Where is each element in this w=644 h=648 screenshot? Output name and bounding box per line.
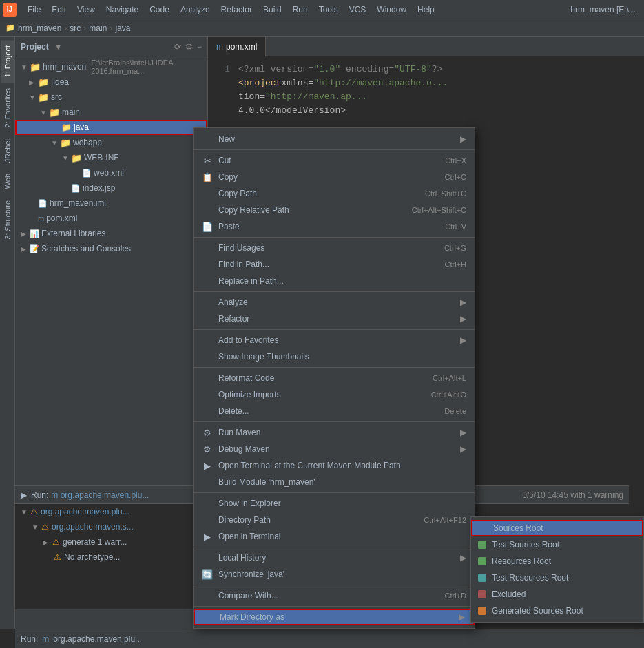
ctx-new[interactable]: New ▶ <box>194 131 475 147</box>
ctx-build-module[interactable]: Build Module 'hrm_maven' <box>194 474 475 490</box>
tree-webxml[interactable]: 📄 web.xml <box>15 165 207 180</box>
menu-build[interactable]: Build <box>258 3 287 16</box>
ctx-find-usages[interactable]: Find Usages Ctrl+G <box>194 240 475 256</box>
tree-webinf[interactable]: ▼ 📁 WEB-INF <box>15 150 207 165</box>
sources-root-dot <box>479 524 488 532</box>
menu-help[interactable]: Help <box>412 3 440 16</box>
tree-main[interactable]: ▼ 📁 main <box>15 105 207 120</box>
chevron-icon: ▼ <box>40 109 47 116</box>
breadcrumb-hrm[interactable]: hrm_maven <box>18 23 61 33</box>
ctx-add-favorites[interactable]: Add to Favorites ▶ <box>194 332 475 348</box>
ctx-local-history[interactable]: Local History ▶ <box>194 550 475 566</box>
tree-webapp[interactable]: ▼ 📁 webapp <box>15 135 207 150</box>
copy-path-icon <box>202 188 213 199</box>
minimize-icon[interactable]: − <box>197 42 202 52</box>
menu-tools[interactable]: Tools <box>313 3 344 16</box>
chevron-icon: ▶ <box>29 79 36 86</box>
ctx-debug-maven[interactable]: ⚙ Debug Maven ▶ <box>194 441 475 457</box>
bottom-tree-label: generate 1 warr... <box>63 537 127 547</box>
menu-file[interactable]: File <box>22 3 46 16</box>
ctx-paste[interactable]: 📄 Paste Ctrl+V <box>194 218 475 235</box>
sync-icon[interactable]: ⟳ <box>174 42 181 52</box>
ctx-copy-path[interactable]: Copy Path Ctrl+Shift+C <box>194 185 475 202</box>
ctx-reformat[interactable]: Reformat Code Ctrl+Alt+L <box>194 370 475 386</box>
analyze-icon <box>202 297 213 308</box>
ctx-label: Replace in Path... <box>218 276 284 286</box>
ctx-copy[interactable]: 📋 Copy Ctrl+C <box>194 169 475 185</box>
chevron-icon: ▼ <box>51 139 58 147</box>
tree-idea[interactable]: ▶ 📁 .idea <box>15 74 207 90</box>
project-header-icons: ⟳ ⚙ − <box>174 42 202 52</box>
ctx-label: Open Terminal at the Current Maven Modul… <box>218 461 401 470</box>
ctx-show-explorer[interactable]: Show in Explorer <box>194 495 475 512</box>
run-text: org.apache.maven.plu... <box>53 634 142 644</box>
tree-external-libs[interactable]: ▶ 📊 External Libraries <box>15 226 207 241</box>
menu-edit[interactable]: Edit <box>46 3 72 16</box>
ctx-label: Add to Favorites <box>218 335 278 345</box>
ctx-compare-with[interactable]: Compare With... Ctrl+D <box>194 587 475 604</box>
ctx-mark-directory[interactable]: Mark Directory as ▶ <box>194 609 475 625</box>
tree-iml[interactable]: 📄 hrm_maven.iml <box>15 196 207 211</box>
menu-run[interactable]: Run <box>287 3 313 16</box>
tree-scratches[interactable]: ▶ 📝 Scratches and Consoles <box>15 241 207 256</box>
left-tab-jrebel[interactable]: JRebel <box>1 134 14 168</box>
submenu-sources-root[interactable]: Sources Root <box>471 520 643 536</box>
ctx-show-thumbnails[interactable]: Show Image Thumbnails <box>194 348 475 365</box>
tree-hrm-maven[interactable]: ▼ 📁 hrm_maven E:\letBrains\IntelliJ IDEA… <box>15 59 207 74</box>
submenu-test-sources-root[interactable]: Test Sources Root <box>471 536 643 553</box>
menu-analyze[interactable]: Analyze <box>175 3 216 16</box>
ctx-delete[interactable]: Delete... Delete <box>194 403 475 419</box>
breadcrumb-java[interactable]: java <box>115 23 130 33</box>
ctx-find-path[interactable]: Find in Path... Ctrl+H <box>194 256 475 273</box>
menu-view[interactable]: View <box>72 3 101 16</box>
ctx-open-terminal-maven[interactable]: ▶ Open Terminal at the Current Maven Mod… <box>194 457 475 474</box>
ctx-sep <box>194 329 475 330</box>
breadcrumb-src[interactable]: src <box>70 23 81 33</box>
tree-label: java <box>74 123 89 132</box>
ctx-replace-path[interactable]: Replace in Path... <box>194 273 475 289</box>
tree-pomxml[interactable]: m pom.xml <box>15 211 207 226</box>
dropdown-icon[interactable]: ▼ <box>54 42 63 52</box>
submenu-excluded[interactable]: Excluded <box>471 586 643 603</box>
submenu-generated-sources-root[interactable]: Generated Sources Root <box>471 603 643 619</box>
dir-path-icon <box>202 514 213 525</box>
submenu-arrow: ▶ <box>460 335 466 345</box>
menu-navigate[interactable]: Navigate <box>101 3 144 16</box>
delete-icon <box>202 406 213 417</box>
tab-icon: m <box>216 42 223 52</box>
ctx-sep <box>194 547 475 547</box>
left-tab-favorites[interactable]: 2: Favorites <box>1 83 14 133</box>
scratches-icon: 📝 <box>30 244 39 253</box>
ctx-cut[interactable]: ✂ Cut Ctrl+X <box>194 152 475 169</box>
copy-icon: 📋 <box>202 171 213 182</box>
tree-indexjsp[interactable]: 📄 index.jsp <box>15 180 207 196</box>
ctx-shortcut: Ctrl+X <box>445 156 466 165</box>
settings-icon[interactable]: ⚙ <box>185 42 193 52</box>
left-tab-web[interactable]: Web <box>1 168 14 194</box>
left-tab-project[interactable]: 1: Project <box>1 40 14 83</box>
submenu-test-resources-root[interactable]: Test Resources Root <box>471 569 643 586</box>
submenu-resources-root[interactable]: Resources Root <box>471 553 643 569</box>
code-line-4: 4.0.0</modelVersion> <box>214 103 638 117</box>
menu-vcs[interactable]: VCS <box>344 3 372 16</box>
project-panel-header: Project ▼ ⟳ ⚙ − <box>15 37 207 56</box>
menu-refactor[interactable]: Refactor <box>216 3 258 16</box>
ctx-shortcut: Ctrl+Alt+F12 <box>424 516 466 524</box>
menu-window[interactable]: Window <box>371 3 412 16</box>
breadcrumb-main[interactable]: main <box>89 23 107 33</box>
ctx-optimize[interactable]: Optimize Imports Ctrl+Alt+O <box>194 386 475 403</box>
ctx-directory-path[interactable]: Directory Path Ctrl+Alt+F12 <box>194 512 475 528</box>
ctx-open-terminal[interactable]: ▶ Open in Terminal <box>194 528 475 545</box>
folder-icon: 📁 <box>49 107 60 118</box>
ctx-run-maven[interactable]: ⚙ Run Maven ▶ <box>194 424 475 441</box>
menu-code[interactable]: Code <box>144 3 175 16</box>
ctx-copy-rel-path[interactable]: Copy Relative Path Ctrl+Alt+Shift+C <box>194 202 475 218</box>
ctx-synchronize[interactable]: 🔄 Synchronize 'java' <box>194 566 475 583</box>
left-tab-structure[interactable]: 3: Structure <box>1 195 14 245</box>
tab-pomxml[interactable]: m pom.xml <box>208 37 266 56</box>
ctx-analyze[interactable]: Analyze ▶ <box>194 294 475 311</box>
resources-root-dot <box>478 557 486 565</box>
ctx-refactor[interactable]: Refactor ▶ <box>194 311 475 327</box>
tree-src[interactable]: ▼ 📁 src <box>15 90 207 105</box>
tree-java[interactable]: 📁 java <box>15 120 207 135</box>
